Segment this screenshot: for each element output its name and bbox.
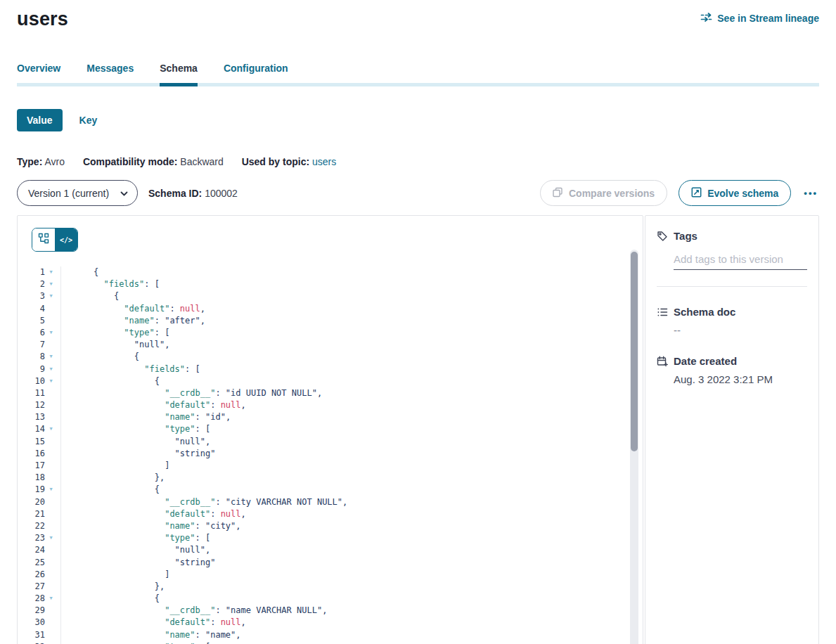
code-text: "type": [ bbox=[60, 327, 169, 339]
key-toggle-button[interactable]: Key bbox=[79, 115, 98, 126]
code-text: { bbox=[60, 375, 160, 387]
fold-toggle-icon[interactable]: ▼ bbox=[45, 327, 57, 339]
tag-icon bbox=[657, 231, 674, 242]
fold-toggle-icon[interactable]: ▼ bbox=[45, 641, 57, 644]
fold-toggle-icon[interactable]: ▼ bbox=[45, 532, 57, 544]
code-line: 23▼ "type": [ bbox=[18, 532, 643, 544]
line-number: 5 bbox=[18, 315, 45, 327]
code-line: 27 }, bbox=[18, 581, 643, 593]
code-line: 11 "__crdb__": "id UUID NOT NULL", bbox=[18, 387, 643, 399]
fold-toggle-icon[interactable]: ▼ bbox=[45, 278, 57, 290]
line-number: 24 bbox=[18, 544, 45, 556]
fold-spacer bbox=[45, 315, 57, 327]
code-text: "null", bbox=[60, 339, 169, 351]
add-tags-input[interactable] bbox=[674, 252, 807, 270]
code-line: 7 "null", bbox=[18, 339, 643, 351]
tab-track bbox=[17, 83, 819, 86]
fold-toggle-icon[interactable]: ▼ bbox=[45, 266, 57, 278]
fold-spacer bbox=[45, 557, 57, 569]
stream-lineage-link[interactable]: See in Stream lineage bbox=[700, 13, 819, 24]
code-text: { bbox=[60, 290, 119, 302]
schema-details-sidebar: Tags Schema doc -- bbox=[645, 215, 819, 644]
fold-spacer bbox=[45, 436, 57, 448]
chevron-down-icon bbox=[120, 190, 128, 198]
fold-spacer bbox=[45, 399, 57, 411]
line-number: 19 bbox=[18, 484, 45, 496]
code-text: "type": [ bbox=[60, 641, 210, 644]
editor-scrollbar-track[interactable] bbox=[630, 250, 638, 644]
tab-schema[interactable]: Schema bbox=[160, 63, 198, 83]
line-number: 10 bbox=[18, 375, 45, 387]
value-key-toggle: Value Key bbox=[17, 109, 819, 131]
fold-spacer bbox=[45, 544, 57, 556]
tab-overview[interactable]: Overview bbox=[17, 63, 60, 83]
schema-doc-title: Schema doc bbox=[674, 306, 735, 318]
code-text: "__crdb__": "city VARCHAR NOT NULL", bbox=[60, 496, 347, 508]
schema-meta-row: Type: Avro Compatibility mode: Backward … bbox=[17, 156, 819, 167]
sidebar-divider bbox=[657, 286, 807, 287]
line-number: 30 bbox=[18, 617, 45, 629]
code-line: 17 ] bbox=[18, 460, 643, 472]
code-text: "__crdb__": "name VARCHAR NULL", bbox=[60, 605, 327, 617]
schema-content: </> 1▼{2▼ "fields": [3▼ {4 "default": nu… bbox=[17, 215, 819, 644]
code-line: 12 "default": null, bbox=[18, 399, 643, 411]
more-actions-button[interactable]: ••• bbox=[802, 185, 819, 201]
schema-id: Schema ID: 100002 bbox=[148, 188, 238, 199]
compare-versions-button[interactable]: Compare versions bbox=[540, 180, 667, 206]
code-line: 14▼ "type": [ bbox=[18, 423, 643, 435]
code-line: 26 ] bbox=[18, 569, 643, 581]
line-number: 7 bbox=[18, 339, 45, 351]
code-text: "fields": [ bbox=[60, 278, 160, 290]
line-number: 32 bbox=[18, 641, 45, 644]
code-text: { bbox=[60, 351, 139, 363]
editor-scrollbar-thumb[interactable] bbox=[631, 252, 638, 451]
fold-spacer bbox=[45, 508, 57, 520]
fold-spacer bbox=[45, 629, 57, 641]
fold-spacer bbox=[45, 460, 57, 472]
tree-view-button[interactable] bbox=[32, 228, 55, 251]
line-number: 26 bbox=[18, 569, 45, 581]
line-number: 22 bbox=[18, 520, 45, 532]
line-number: 3 bbox=[18, 290, 45, 302]
tab-configuration[interactable]: Configuration bbox=[224, 63, 288, 83]
line-number: 25 bbox=[18, 557, 45, 569]
code-text: { bbox=[60, 484, 160, 496]
fold-toggle-icon[interactable]: ▼ bbox=[45, 351, 57, 363]
line-number: 6 bbox=[18, 327, 45, 339]
date-created-section: Date created Aug. 3 2022 3:21 PM bbox=[657, 355, 807, 385]
line-number: 20 bbox=[18, 496, 45, 508]
code-line: 2▼ "fields": [ bbox=[18, 278, 643, 290]
fold-toggle-icon[interactable]: ▼ bbox=[45, 290, 57, 302]
fold-toggle-icon[interactable]: ▼ bbox=[45, 375, 57, 387]
code-line: 3▼ { bbox=[18, 290, 643, 302]
code-text: "default": null, bbox=[60, 303, 205, 315]
fold-toggle-icon[interactable]: ▼ bbox=[45, 484, 57, 496]
schema-id-label: Schema ID: bbox=[148, 188, 202, 199]
evolve-schema-button[interactable]: Evolve schema bbox=[679, 180, 791, 206]
code-line: 1▼{ bbox=[18, 266, 643, 278]
schema-code-editor[interactable]: 1▼{2▼ "fields": [3▼ {4 "default": null,5… bbox=[18, 266, 643, 644]
code-line: 21 "default": null, bbox=[18, 508, 643, 520]
value-toggle-button[interactable]: Value bbox=[17, 109, 63, 131]
fold-toggle-icon[interactable]: ▼ bbox=[45, 363, 57, 375]
line-number: 11 bbox=[18, 387, 45, 399]
schema-action-buttons: Compare versions Evolve schema ••• bbox=[540, 180, 819, 206]
line-number: 14 bbox=[18, 423, 45, 435]
code-text: ] bbox=[60, 569, 169, 581]
topic-link[interactable]: users bbox=[312, 156, 336, 167]
code-text: "string" bbox=[60, 557, 215, 569]
code-view-button[interactable]: </> bbox=[55, 228, 77, 251]
compat-label: Compatibility mode: bbox=[83, 156, 178, 167]
version-select[interactable]: Version 1 (current) bbox=[17, 180, 138, 206]
code-line: 32▼ "type": [ bbox=[18, 641, 643, 644]
code-text: }, bbox=[60, 581, 165, 593]
fold-spacer bbox=[45, 387, 57, 399]
fold-toggle-icon[interactable]: ▼ bbox=[45, 593, 57, 605]
code-text: "name": "name", bbox=[60, 629, 241, 641]
fold-toggle-icon[interactable]: ▼ bbox=[45, 423, 57, 435]
schema-doc-value: -- bbox=[674, 324, 807, 336]
code-line: 28▼ { bbox=[18, 593, 643, 605]
line-number: 28 bbox=[18, 593, 45, 605]
code-line: 19▼ { bbox=[18, 484, 643, 496]
tab-messages[interactable]: Messages bbox=[86, 63, 134, 83]
